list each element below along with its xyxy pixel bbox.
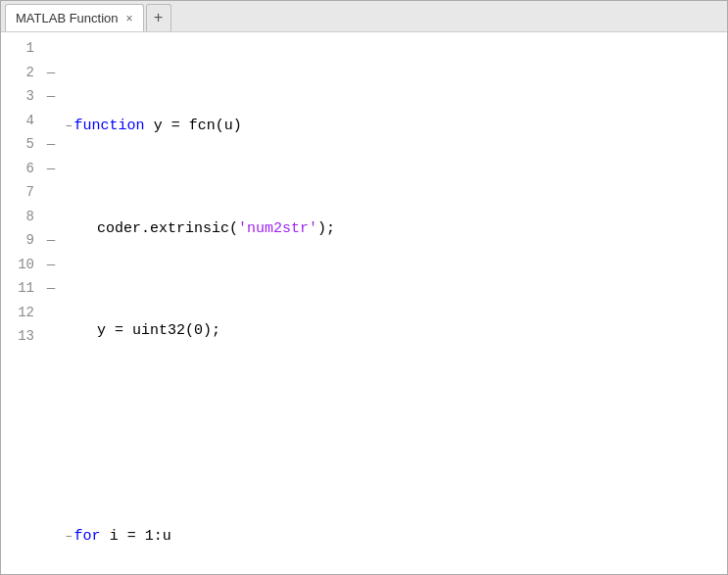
code-line-4 xyxy=(66,421,727,447)
code-line-5: − for i = 1:u xyxy=(66,524,727,550)
matlab-editor-window: MATLAB Function × + 1 2 3 4 5 6 7 8 9 10… xyxy=(0,0,728,575)
keyword-function: function xyxy=(74,114,145,139)
string-num2str: 'num2str' xyxy=(238,216,317,242)
code-text: i = 1:u xyxy=(101,524,171,550)
code-content[interactable]: − function y = fcn(u) coder.extrinsic('n… xyxy=(62,32,727,574)
fold-icon-1[interactable]: − xyxy=(66,114,73,139)
code-text: ); xyxy=(317,216,335,242)
code-text: y = uint32(0); xyxy=(97,318,220,344)
code-editor: 1 2 3 4 5 6 7 8 9 10 11 12 13 — — — — — … xyxy=(1,32,727,574)
tab-bar: MATLAB Function × + xyxy=(1,1,727,32)
code-line-3: y = uint32(0); xyxy=(66,318,727,344)
new-tab-button[interactable]: + xyxy=(146,4,171,31)
tab-close-button[interactable]: × xyxy=(126,12,133,25)
empty-line xyxy=(66,421,74,447)
breakpoint-column: — — — — — — — xyxy=(40,32,62,574)
tab-matlab-function[interactable]: MATLAB Function × xyxy=(5,4,144,31)
line-numbers: 1 2 3 4 5 6 7 8 9 10 11 12 13 xyxy=(1,32,40,574)
code-text: y = fcn(u) xyxy=(145,114,242,139)
code-line-2: coder.extrinsic('num2str'); xyxy=(66,216,727,242)
code-line-1: − function y = fcn(u) xyxy=(66,114,727,139)
code-text: coder.extrinsic( xyxy=(97,216,238,242)
keyword-for: for xyxy=(74,524,101,550)
fold-icon-5[interactable]: − xyxy=(66,524,73,550)
tab-label: MATLAB Function xyxy=(16,11,119,25)
